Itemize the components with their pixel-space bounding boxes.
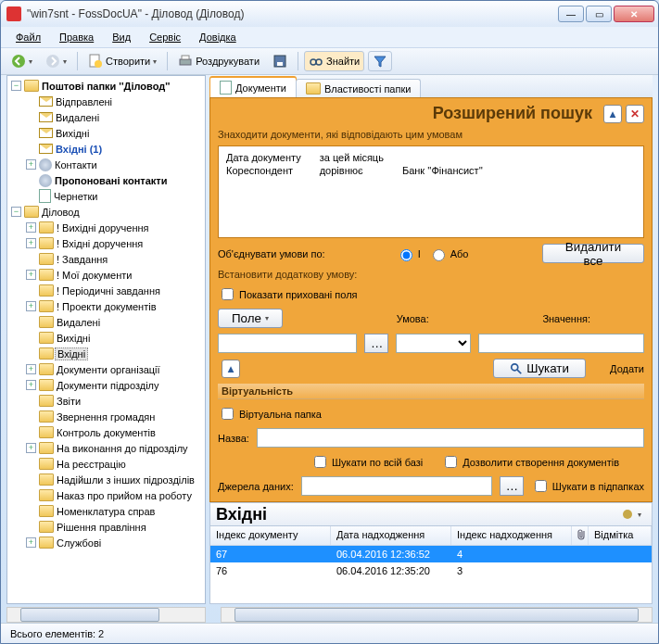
tree-item[interactable]: Контроль документів [57, 427, 156, 438]
find-button[interactable]: Знайти [304, 51, 364, 71]
conditions-list[interactable]: Дата документуза цей місяць Кореспондент… [218, 145, 644, 238]
tree-item[interactable]: Вихідні [56, 128, 89, 139]
tree-item[interactable]: ! Проекти документів [57, 301, 156, 312]
tree-item[interactable]: Документи організації [57, 364, 160, 375]
filter-button[interactable] [368, 51, 392, 71]
create-button[interactable]: Створити▾ [83, 51, 161, 71]
collapse-search-button[interactable]: ▴ [603, 105, 622, 123]
minimize-button[interactable]: — [558, 6, 584, 22]
search-button[interactable]: Шукати [493, 359, 586, 378]
expand-icon[interactable]: + [26, 222, 36, 233]
tree-item[interactable]: Контакти [55, 159, 97, 170]
allow-create-checkbox[interactable]: Дозволити створення документів [441, 453, 619, 471]
save-button[interactable] [268, 51, 292, 71]
tree-item[interactable]: ! Вхідні доручення [57, 238, 143, 249]
tree-root-workflow[interactable]: Діловод [42, 207, 80, 218]
grid-body[interactable]: 6706.04.2016 12:36:5247606.04.2016 12:35… [210, 546, 652, 603]
tree-item[interactable]: ! Завдання [57, 254, 108, 265]
folder-tree[interactable]: −Поштові папки ''Діловод'' Відправлені В… [7, 76, 205, 552]
condition-select[interactable] [396, 334, 471, 353]
tree-item[interactable]: Звіти [57, 396, 81, 407]
tree-item[interactable]: Пропоновані контакти [55, 175, 167, 186]
back-button[interactable]: ▾ [6, 51, 37, 71]
expand-icon[interactable] [26, 396, 36, 406]
menu-help[interactable]: Довідка [192, 30, 244, 44]
tree-item[interactable]: Рішення правління [57, 522, 146, 533]
menu-view[interactable]: Вид [105, 30, 138, 44]
tree-item[interactable]: Вхідні [55, 347, 88, 360]
tree-item[interactable]: Звернення громадян [57, 411, 155, 423]
tree-item[interactable]: Чернетки [54, 191, 97, 202]
maximize-button[interactable]: ▭ [586, 6, 612, 22]
expand-icon[interactable] [26, 474, 36, 485]
close-button[interactable]: ✕ [614, 6, 654, 22]
table-row[interactable]: 6706.04.2016 12:36:524 [210, 546, 652, 562]
search-all-checkbox[interactable]: Шукати по всій базі [310, 453, 423, 471]
tree-item[interactable]: Видалені [57, 317, 100, 328]
tree-item[interactable]: На реєстрацію [57, 459, 126, 470]
menu-edit[interactable]: Правка [52, 30, 101, 44]
collapse-button[interactable]: ▴ [222, 360, 240, 378]
close-search-button[interactable]: ✕ [626, 105, 644, 123]
expand-icon[interactable] [26, 506, 36, 516]
tree-item[interactable]: Номенклатура справ [57, 506, 155, 517]
tree-item[interactable]: На виконання до підрозділу [57, 443, 188, 454]
expand-icon[interactable] [26, 254, 36, 264]
expand-icon[interactable] [26, 285, 36, 296]
field-dropdown[interactable]: Поле ▾ [218, 309, 283, 328]
expand-icon[interactable] [26, 459, 36, 469]
value-input[interactable] [478, 334, 644, 353]
virtual-folder-checkbox[interactable]: Віртуальна папка [218, 405, 644, 423]
expand-icon[interactable]: + [26, 301, 36, 311]
name-input[interactable] [257, 428, 644, 448]
expand-icon[interactable] [26, 348, 36, 359]
tree-item[interactable]: Наказ про прийом на роботу [57, 490, 192, 501]
expand-icon[interactable]: + [26, 364, 36, 374]
sources-picker-button[interactable]: … [500, 476, 524, 496]
grid-scrollbar[interactable] [221, 607, 653, 623]
expand-icon[interactable]: + [26, 537, 36, 548]
menu-service[interactable]: Сервіс [142, 30, 188, 44]
forward-button[interactable]: ▾ [41, 51, 71, 71]
delete-all-button[interactable]: Видалити все [542, 244, 644, 263]
expand-icon[interactable]: + [26, 270, 36, 280]
field-input[interactable] [218, 334, 357, 353]
tree-item[interactable]: Службові [57, 537, 101, 549]
expand-icon[interactable] [26, 317, 36, 327]
tree-item[interactable]: ! Вихідні доручення [57, 222, 149, 234]
show-hidden-checkbox[interactable]: Показати приховані поля [218, 285, 644, 303]
grid-options-button[interactable]: ▾ [615, 504, 646, 524]
tree-item[interactable]: Вихідні [57, 333, 90, 344]
expand-icon[interactable] [26, 427, 36, 437]
col-receive-index[interactable]: Індекс надходження [451, 526, 572, 545]
add-link[interactable]: Додати [610, 363, 644, 374]
expand-icon[interactable] [26, 333, 36, 343]
expand-icon[interactable] [26, 522, 36, 532]
print-button[interactable]: Роздрукувати [173, 51, 264, 71]
collapse-icon[interactable]: − [11, 207, 21, 217]
expand-icon[interactable]: + [26, 443, 36, 453]
search-subfolders-checkbox[interactable]: Шукати в підпапках [531, 477, 644, 495]
tree-item-incoming-mail[interactable]: Вхідні (1) [56, 144, 102, 155]
tree-item[interactable]: Документи підрозділу [57, 380, 159, 391]
tab-folder-properties[interactable]: Властивості папки [296, 79, 421, 97]
expand-icon[interactable]: + [26, 380, 36, 390]
tree-item[interactable]: Надійшли з інших підрозділів [57, 474, 195, 486]
menu-file[interactable]: Файл [8, 30, 48, 44]
expand-icon[interactable] [26, 411, 36, 422]
col-mark[interactable]: Відмітка [589, 526, 652, 545]
tree-item[interactable]: ! Періодичні завдання [57, 285, 160, 297]
tree-root-mail[interactable]: Поштові папки ''Діловод'' [42, 81, 170, 92]
tree-item[interactable]: Відправлені [56, 96, 112, 107]
tree-item[interactable]: Видалені [56, 112, 99, 123]
tree-item[interactable]: ! Мої документи [57, 270, 132, 281]
expand-icon[interactable]: + [26, 238, 36, 248]
collapse-icon[interactable]: − [11, 81, 21, 91]
radio-and[interactable]: І [396, 246, 421, 261]
tab-documents[interactable]: Документи [209, 76, 297, 97]
table-row[interactable]: 7606.04.2016 12:35:203 [210, 562, 652, 579]
radio-or[interactable]: Або [428, 246, 469, 261]
col-receive-date[interactable]: Дата надходження [331, 526, 451, 545]
expand-icon[interactable] [26, 490, 36, 500]
tree-scrollbar[interactable] [6, 607, 206, 623]
